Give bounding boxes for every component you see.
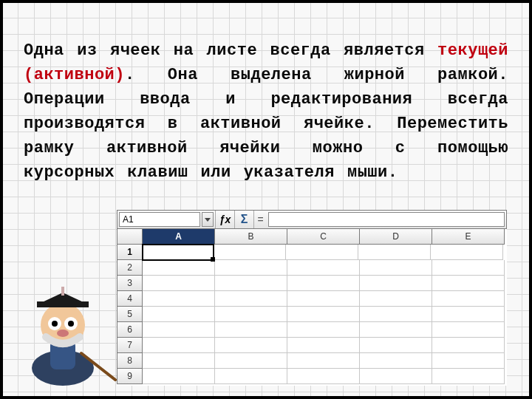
text-segment: Одна из ячеек на листе всегда является <box>24 41 437 60</box>
svg-point-6 <box>52 321 58 327</box>
svg-marker-0 <box>205 218 211 222</box>
column-header-row: A B C D E <box>117 229 507 245</box>
cell[interactable] <box>287 353 360 369</box>
name-box: A1 <box>117 211 215 228</box>
mascot-image <box>7 257 118 390</box>
body-text: Одна из ячеек на листе всегда является т… <box>24 38 508 185</box>
sigma-icon: Σ <box>241 213 248 226</box>
table-row: 9 <box>117 369 507 384</box>
cell[interactable] <box>287 260 360 276</box>
cell[interactable] <box>431 245 503 260</box>
name-box-dropdown[interactable] <box>202 212 214 227</box>
cell[interactable] <box>215 322 287 338</box>
table-row: 8 <box>117 353 507 369</box>
chevron-down-icon <box>205 218 211 222</box>
svg-point-8 <box>57 330 69 337</box>
sum-button[interactable]: Σ <box>234 211 253 228</box>
spreadsheet-screenshot: A1 ƒx Σ = A B C D E <box>117 210 507 386</box>
cell[interactable] <box>432 369 505 384</box>
cell[interactable] <box>215 338 287 353</box>
svg-point-1 <box>32 350 94 386</box>
equals-label: = <box>253 211 267 228</box>
cell[interactable] <box>215 291 287 307</box>
cell[interactable] <box>143 276 215 291</box>
cell[interactable] <box>432 322 505 338</box>
cell[interactable] <box>358 245 431 260</box>
cell[interactable] <box>143 338 215 353</box>
cell[interactable] <box>215 369 287 384</box>
cell[interactable] <box>360 260 432 276</box>
row-header[interactable]: 7 <box>117 338 143 353</box>
cell[interactable] <box>287 291 360 307</box>
row-header[interactable]: 3 <box>117 276 143 291</box>
cell[interactable] <box>360 338 432 353</box>
cell[interactable] <box>287 322 360 338</box>
svg-rect-10 <box>37 301 89 307</box>
svg-marker-9 <box>41 293 85 303</box>
cell[interactable] <box>287 276 360 291</box>
cell[interactable] <box>432 260 505 276</box>
column-header[interactable]: C <box>287 229 360 245</box>
table-row: 7 <box>117 338 507 353</box>
svg-point-4 <box>48 317 61 330</box>
cell[interactable] <box>143 322 215 338</box>
cell[interactable] <box>360 307 432 322</box>
cell[interactable] <box>214 245 286 260</box>
column-header[interactable]: D <box>360 229 432 245</box>
table-row: 2 <box>117 260 507 276</box>
table-row: 1 <box>117 245 507 260</box>
cell[interactable] <box>215 307 287 322</box>
select-all-corner[interactable] <box>117 229 143 245</box>
table-row: 4 <box>117 291 507 307</box>
cell[interactable] <box>143 353 215 369</box>
cell[interactable] <box>360 322 432 338</box>
function-wizard-button[interactable]: ƒx <box>215 211 234 228</box>
cell[interactable] <box>432 338 505 353</box>
svg-point-3 <box>41 303 85 347</box>
fx-icon: ƒx <box>219 214 231 225</box>
svg-point-5 <box>64 317 78 330</box>
formula-input[interactable] <box>268 212 505 227</box>
row-header[interactable]: 2 <box>117 260 143 276</box>
name-box-input[interactable]: A1 <box>119 212 200 227</box>
cell[interactable] <box>143 291 215 307</box>
column-header[interactable]: A <box>143 229 215 245</box>
cell[interactable] <box>287 307 360 322</box>
cell[interactable] <box>143 307 215 322</box>
svg-point-7 <box>68 321 74 327</box>
cell[interactable] <box>215 353 287 369</box>
row-header[interactable]: 8 <box>117 353 143 369</box>
row-header[interactable]: 5 <box>117 307 143 322</box>
cell[interactable] <box>215 260 287 276</box>
cell[interactable] <box>143 369 215 384</box>
cell[interactable] <box>287 338 360 353</box>
cell[interactable] <box>360 276 432 291</box>
row-header[interactable]: 1 <box>117 245 143 260</box>
cell[interactable] <box>360 291 432 307</box>
cell[interactable] <box>286 245 358 260</box>
table-row: 5 <box>117 307 507 322</box>
table-row: 6 <box>117 322 507 338</box>
cell[interactable] <box>432 353 505 369</box>
row-header[interactable]: 6 <box>117 322 143 338</box>
row-header[interactable]: 4 <box>117 291 143 307</box>
svg-line-12 <box>81 353 115 380</box>
cell-grid: A B C D E 1 2 3 4 <box>117 229 507 384</box>
cell-a1[interactable] <box>142 244 214 261</box>
column-header[interactable]: B <box>215 229 287 245</box>
cell[interactable] <box>287 369 360 384</box>
table-row: 3 <box>117 276 507 291</box>
cell[interactable] <box>432 276 505 291</box>
slide: Одна из ячеек на листе всегда является т… <box>3 3 529 396</box>
svg-rect-2 <box>50 340 75 369</box>
svg-rect-11 <box>61 287 64 296</box>
cell[interactable] <box>432 307 505 322</box>
column-header[interactable]: E <box>432 229 505 245</box>
cell[interactable] <box>143 260 215 276</box>
cell[interactable] <box>360 353 432 369</box>
formula-bar: A1 ƒx Σ = <box>117 210 507 229</box>
cell[interactable] <box>360 369 432 384</box>
cell[interactable] <box>215 276 287 291</box>
row-header[interactable]: 9 <box>117 369 143 384</box>
cell[interactable] <box>432 291 505 307</box>
